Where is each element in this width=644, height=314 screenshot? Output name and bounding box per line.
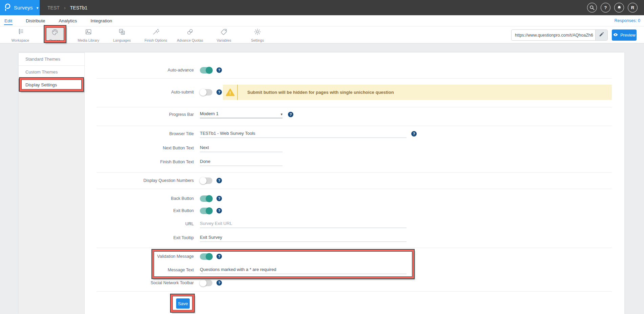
exit-button-toggle[interactable] <box>200 208 212 214</box>
display-question-numbers-toggle[interactable] <box>200 177 212 184</box>
auto-submit-warning-banner: ! Submit button will be hidden for pages… <box>223 85 612 100</box>
browser-title-input[interactable] <box>200 130 407 138</box>
exit-button-row: Exit Button ? <box>19 205 624 217</box>
help-icon[interactable]: ? <box>601 3 610 13</box>
survey-nav-tabs: Edit Distribute Analytics Integration Re… <box>0 15 644 26</box>
toolbar-item-settings[interactable]: Settings <box>242 28 273 42</box>
app-label: Surveys <box>14 5 33 11</box>
preview-button[interactable]: Preview <box>612 29 637 41</box>
tab-analytics[interactable]: Analytics <box>58 16 77 26</box>
toolbar-item-design[interactable]: Design <box>45 27 65 43</box>
chevron-down-icon: ▾ <box>281 112 283 116</box>
survey-toolbar: Workspace Design Media Library <box>0 26 644 43</box>
save-button[interactable]: Save <box>176 298 190 309</box>
message-text-input[interactable] <box>200 266 407 274</box>
validation-message-help-icon[interactable]: ? <box>216 254 222 259</box>
warning-text: Submit button will be hidden for pages w… <box>247 90 394 95</box>
auto-advance-row: Auto-advance ? <box>19 64 624 76</box>
header-icon-group: ? R <box>587 3 638 13</box>
toolbar-item-languages[interactable]: * A Languages <box>107 28 137 42</box>
breadcrumb-parent[interactable]: TEST <box>47 5 60 11</box>
search-icon[interactable] <box>587 3 597 13</box>
toolbar-item-variables[interactable]: Variables <box>209 28 239 42</box>
pencil-icon <box>599 32 604 38</box>
divider <box>97 172 612 173</box>
questionpro-display-settings-page: Surveys ▼ TEST › TESTb1 ? R <box>0 0 644 314</box>
finish-button-text-input[interactable] <box>200 158 283 166</box>
social-network-toolbar-toggle[interactable] <box>200 280 212 286</box>
exit-button-label: Exit Button <box>19 208 194 213</box>
questionpro-logo <box>4 3 11 13</box>
surveys-product-menu[interactable]: Surveys ▼ <box>0 0 40 15</box>
back-button-help-icon[interactable]: ? <box>216 196 222 201</box>
social-network-toolbar-label: Social Network Toolbar <box>19 280 194 285</box>
languages-icon: * A <box>118 28 126 37</box>
message-text-row: Message Text <box>19 264 624 276</box>
validation-message-row: Validation Message ? <box>19 250 624 263</box>
divider <box>97 291 612 292</box>
survey-url-box <box>511 29 608 41</box>
toolbar-item-finish-options[interactable]: Finish Options <box>141 28 171 42</box>
exit-url-row: URL <box>19 218 624 230</box>
toolbar-item-media-library[interactable]: Media Library <box>73 28 104 42</box>
progress-bar-row: Progress Bar Modern 1 ▾ ? <box>19 108 624 121</box>
display-question-numbers-row: Display Question Numbers ? <box>19 174 624 187</box>
browser-title-row: Browser Title ? <box>19 128 624 140</box>
tab-integration[interactable]: Integration <box>90 16 112 26</box>
warning-divider <box>237 85 238 100</box>
divider <box>97 189 612 189</box>
user-avatar[interactable]: R <box>628 3 638 13</box>
toolbar-item-workspace[interactable]: Workspace <box>5 28 36 42</box>
social-network-toolbar-help-icon[interactable]: ? <box>216 280 222 286</box>
exit-button-help-icon[interactable]: ? <box>216 208 222 213</box>
browser-title-help-icon[interactable]: ? <box>411 131 417 137</box>
tab-edit[interactable]: Edit <box>4 16 13 26</box>
auto-advance-help-icon[interactable]: ? <box>216 67 222 73</box>
display-question-numbers-help-icon[interactable]: ? <box>216 178 222 183</box>
workspace-icon <box>17 28 24 37</box>
survey-url-input[interactable] <box>512 33 595 38</box>
exit-tooltip-row: Exit Tooltip <box>19 232 624 244</box>
exit-tooltip-label: Exit Tooltip <box>19 235 194 240</box>
validation-message-label: Validation Message <box>19 254 194 259</box>
auto-advance-toggle[interactable] <box>200 67 212 74</box>
progress-bar-label: Progress Bar <box>19 112 194 117</box>
back-button-row: Back Button ? <box>19 192 624 205</box>
next-button-text-input[interactable] <box>200 144 283 152</box>
display-question-numbers-label: Display Question Numbers <box>19 178 194 183</box>
breadcrumb: TEST › TESTb1 <box>47 0 87 15</box>
toolbar-item-advance-quotas[interactable]: Advance Quotas <box>175 28 205 42</box>
divider <box>97 78 612 79</box>
finish-options-icon <box>152 28 160 37</box>
eye-icon <box>613 33 618 38</box>
divider <box>97 248 612 248</box>
next-button-text-row: Next Button Text <box>19 142 624 154</box>
message-text-label: Message Text <box>19 268 194 272</box>
responses-count[interactable]: Responses: 0 <box>615 15 640 26</box>
edit-url-button[interactable] <box>595 30 607 40</box>
progress-bar-help-icon[interactable]: ? <box>288 112 293 117</box>
back-button-toggle[interactable] <box>200 195 212 202</box>
divider <box>97 126 612 126</box>
breadcrumb-separator-icon: › <box>64 5 66 11</box>
browser-title-label: Browser Title <box>19 131 194 136</box>
top-header-bar: Surveys ▼ TEST › TESTb1 ? R <box>0 0 644 15</box>
auto-submit-help-icon[interactable]: ? <box>216 89 222 95</box>
auto-submit-label: Auto-submit <box>19 90 194 95</box>
auto-advance-label: Auto-advance <box>19 68 194 72</box>
svg-text:A: A <box>122 32 124 34</box>
exit-tooltip-input[interactable] <box>200 234 407 242</box>
svg-text:!: ! <box>229 91 231 96</box>
tab-distribute[interactable]: Distribute <box>25 16 45 26</box>
variables-icon <box>220 28 228 37</box>
notifications-bell-icon[interactable] <box>614 3 624 13</box>
exit-url-label: URL <box>19 222 194 226</box>
exit-url-input[interactable] <box>200 220 407 228</box>
advance-quotas-icon <box>186 28 194 37</box>
progress-bar-select[interactable]: Modern 1 ▾ <box>200 111 283 118</box>
settings-icon <box>254 28 261 37</box>
media-library-icon <box>85 28 92 37</box>
validation-message-toggle[interactable] <box>200 253 212 260</box>
finish-button-text-label: Finish Button Text <box>19 160 194 164</box>
auto-submit-toggle[interactable] <box>200 89 212 96</box>
